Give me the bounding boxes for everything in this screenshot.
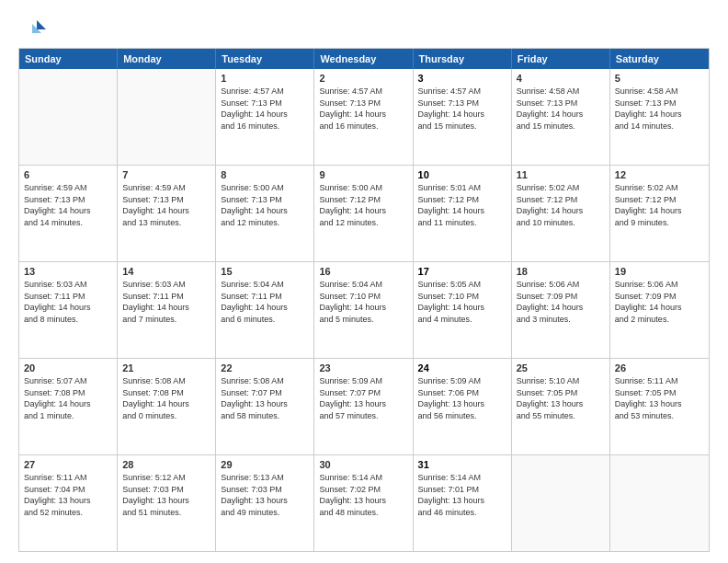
day-info: Sunrise: 5:13 AM Sunset: 7:03 PM Dayligh… (221, 472, 309, 518)
calendar-cell: 25Sunrise: 5:10 AM Sunset: 7:05 PM Dayli… (512, 359, 610, 454)
calendar-cell: 3Sunrise: 4:57 AM Sunset: 7:13 PM Daylig… (414, 69, 512, 165)
calendar-row-5: 27Sunrise: 5:11 AM Sunset: 7:04 PM Dayli… (19, 454, 709, 551)
calendar-cell: 27Sunrise: 5:11 AM Sunset: 7:04 PM Dayli… (19, 455, 118, 551)
day-number: 25 (517, 362, 605, 373)
calendar-body: 1Sunrise: 4:57 AM Sunset: 7:13 PM Daylig… (19, 69, 709, 551)
calendar-cell (610, 455, 709, 551)
calendar-cell: 30Sunrise: 5:14 AM Sunset: 7:02 PM Dayli… (314, 455, 413, 551)
calendar-cell: 29Sunrise: 5:13 AM Sunset: 7:03 PM Dayli… (216, 455, 314, 551)
day-number: 2 (319, 73, 407, 84)
day-info: Sunrise: 4:57 AM Sunset: 7:13 PM Dayligh… (221, 86, 309, 132)
calendar-row-2: 6Sunrise: 4:59 AM Sunset: 7:13 PM Daylig… (19, 165, 709, 261)
calendar-cell: 13Sunrise: 5:03 AM Sunset: 7:11 PM Dayli… (19, 262, 118, 358)
calendar-cell: 2Sunrise: 4:57 AM Sunset: 7:13 PM Daylig… (314, 69, 413, 165)
calendar-cell: 11Sunrise: 5:02 AM Sunset: 7:12 PM Dayli… (512, 166, 610, 261)
day-info: Sunrise: 5:03 AM Sunset: 7:11 PM Dayligh… (24, 279, 112, 325)
day-info: Sunrise: 4:59 AM Sunset: 7:13 PM Dayligh… (24, 182, 112, 228)
calendar-cell: 17Sunrise: 5:05 AM Sunset: 7:10 PM Dayli… (414, 262, 512, 358)
day-info: Sunrise: 4:59 AM Sunset: 7:13 PM Dayligh… (122, 182, 210, 228)
day-number: 23 (319, 362, 407, 373)
day-number: 7 (122, 169, 210, 180)
calendar-header: SundayMondayTuesdayWednesdayThursdayFrid… (19, 49, 709, 69)
day-info: Sunrise: 5:11 AM Sunset: 7:04 PM Dayligh… (24, 472, 112, 518)
calendar-row-1: 1Sunrise: 4:57 AM Sunset: 7:13 PM Daylig… (19, 69, 709, 165)
day-info: Sunrise: 4:57 AM Sunset: 7:13 PM Dayligh… (319, 86, 407, 132)
day-number: 10 (418, 169, 506, 180)
day-info: Sunrise: 5:05 AM Sunset: 7:10 PM Dayligh… (418, 279, 506, 325)
day-number: 11 (517, 169, 605, 180)
day-info: Sunrise: 5:02 AM Sunset: 7:12 PM Dayligh… (615, 182, 704, 228)
day-number: 12 (615, 169, 704, 180)
day-number: 24 (418, 362, 506, 373)
day-number: 26 (615, 362, 704, 373)
day-info: Sunrise: 5:14 AM Sunset: 7:01 PM Dayligh… (418, 472, 506, 518)
day-info: Sunrise: 5:03 AM Sunset: 7:11 PM Dayligh… (122, 279, 210, 325)
header (18, 17, 710, 39)
logo-icon (18, 17, 46, 39)
day-info: Sunrise: 5:00 AM Sunset: 7:13 PM Dayligh… (221, 182, 309, 228)
calendar-cell: 28Sunrise: 5:12 AM Sunset: 7:03 PM Dayli… (118, 455, 216, 551)
calendar-cell: 9Sunrise: 5:00 AM Sunset: 7:12 PM Daylig… (314, 166, 413, 261)
page: SundayMondayTuesdayWednesdayThursdayFrid… (0, 0, 728, 563)
day-info: Sunrise: 5:09 AM Sunset: 7:07 PM Dayligh… (319, 375, 407, 421)
day-info: Sunrise: 5:01 AM Sunset: 7:12 PM Dayligh… (418, 182, 506, 228)
day-info: Sunrise: 5:12 AM Sunset: 7:03 PM Dayligh… (122, 472, 210, 518)
calendar-cell: 22Sunrise: 5:08 AM Sunset: 7:07 PM Dayli… (216, 359, 314, 454)
day-info: Sunrise: 5:07 AM Sunset: 7:08 PM Dayligh… (24, 375, 112, 421)
day-number: 29 (221, 459, 309, 470)
calendar-cell: 14Sunrise: 5:03 AM Sunset: 7:11 PM Dayli… (118, 262, 216, 358)
calendar-cell: 31Sunrise: 5:14 AM Sunset: 7:01 PM Dayli… (414, 455, 512, 551)
calendar-cell: 19Sunrise: 5:06 AM Sunset: 7:09 PM Dayli… (610, 262, 709, 358)
day-info: Sunrise: 4:57 AM Sunset: 7:13 PM Dayligh… (418, 86, 506, 132)
day-info: Sunrise: 5:11 AM Sunset: 7:05 PM Dayligh… (615, 375, 704, 421)
calendar-cell: 7Sunrise: 4:59 AM Sunset: 7:13 PM Daylig… (118, 166, 216, 261)
day-number: 3 (418, 73, 506, 84)
calendar-cell: 5Sunrise: 4:58 AM Sunset: 7:13 PM Daylig… (610, 69, 709, 165)
calendar-cell: 16Sunrise: 5:04 AM Sunset: 7:10 PM Dayli… (314, 262, 413, 358)
day-info: Sunrise: 5:14 AM Sunset: 7:02 PM Dayligh… (319, 472, 407, 518)
calendar-cell: 1Sunrise: 4:57 AM Sunset: 7:13 PM Daylig… (216, 69, 314, 165)
day-number: 6 (24, 169, 112, 180)
calendar-cell: 12Sunrise: 5:02 AM Sunset: 7:12 PM Dayli… (610, 166, 709, 261)
day-number: 15 (221, 266, 309, 277)
day-info: Sunrise: 4:58 AM Sunset: 7:13 PM Dayligh… (615, 86, 704, 132)
day-info: Sunrise: 5:08 AM Sunset: 7:07 PM Dayligh… (221, 375, 309, 421)
calendar-cell: 8Sunrise: 5:00 AM Sunset: 7:13 PM Daylig… (216, 166, 314, 261)
day-info: Sunrise: 5:00 AM Sunset: 7:12 PM Dayligh… (319, 182, 407, 228)
day-info: Sunrise: 5:04 AM Sunset: 7:10 PM Dayligh… (319, 279, 407, 325)
header-day-friday: Friday (512, 49, 610, 69)
calendar-cell (118, 69, 216, 165)
calendar-cell: 6Sunrise: 4:59 AM Sunset: 7:13 PM Daylig… (19, 166, 118, 261)
calendar-cell: 18Sunrise: 5:06 AM Sunset: 7:09 PM Dayli… (512, 262, 610, 358)
day-number: 18 (517, 266, 605, 277)
day-number: 5 (615, 73, 704, 84)
day-number: 22 (221, 362, 309, 373)
logo (18, 17, 50, 39)
calendar-cell (19, 69, 118, 165)
calendar-cell: 24Sunrise: 5:09 AM Sunset: 7:06 PM Dayli… (414, 359, 512, 454)
day-info: Sunrise: 5:06 AM Sunset: 7:09 PM Dayligh… (517, 279, 605, 325)
day-number: 16 (319, 266, 407, 277)
calendar-cell: 26Sunrise: 5:11 AM Sunset: 7:05 PM Dayli… (610, 359, 709, 454)
calendar-cell (512, 455, 610, 551)
day-number: 20 (24, 362, 112, 373)
day-number: 19 (615, 266, 704, 277)
calendar-cell: 10Sunrise: 5:01 AM Sunset: 7:12 PM Dayli… (414, 166, 512, 261)
day-info: Sunrise: 5:10 AM Sunset: 7:05 PM Dayligh… (517, 375, 605, 421)
day-info: Sunrise: 5:09 AM Sunset: 7:06 PM Dayligh… (418, 375, 506, 421)
calendar-cell: 4Sunrise: 4:58 AM Sunset: 7:13 PM Daylig… (512, 69, 610, 165)
day-number: 14 (122, 266, 210, 277)
header-day-sunday: Sunday (19, 49, 118, 69)
day-info: Sunrise: 5:04 AM Sunset: 7:11 PM Dayligh… (221, 279, 309, 325)
header-day-thursday: Thursday (414, 49, 512, 69)
calendar-row-3: 13Sunrise: 5:03 AM Sunset: 7:11 PM Dayli… (19, 261, 709, 358)
calendar-cell: 15Sunrise: 5:04 AM Sunset: 7:11 PM Dayli… (216, 262, 314, 358)
day-number: 13 (24, 266, 112, 277)
day-info: Sunrise: 4:58 AM Sunset: 7:13 PM Dayligh… (517, 86, 605, 132)
header-day-monday: Monday (118, 49, 216, 69)
day-number: 28 (122, 459, 210, 470)
svg-marker-0 (37, 20, 46, 29)
day-info: Sunrise: 5:08 AM Sunset: 7:08 PM Dayligh… (122, 375, 210, 421)
day-number: 9 (319, 169, 407, 180)
header-day-tuesday: Tuesday (216, 49, 314, 69)
